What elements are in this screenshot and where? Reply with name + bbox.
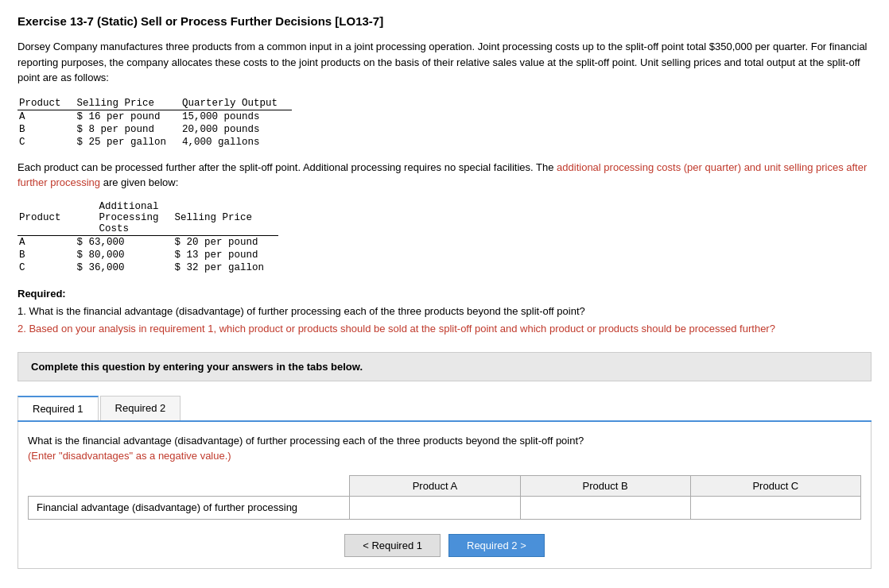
required-item-1: 1. What is the financial advantage (disa…: [17, 305, 585, 317]
row3-output: 4,000 gallons: [181, 136, 292, 149]
t2-col-selling-price: Selling Price: [173, 200, 279, 236]
tab-question: What is the financial advantage (disadva…: [28, 433, 861, 464]
tab-question-line2: (Enter "disadvantages" as a negative val…: [28, 450, 231, 462]
col-product-c: Product C: [690, 475, 860, 496]
further-processing-table: Product Additional Processing Costs Sell…: [17, 200, 278, 274]
para2-text: Each product can be processed further af…: [17, 161, 867, 189]
answer-row: Financial advantage (disadvantage) of fu…: [29, 496, 861, 519]
row-label: Financial advantage (disadvantage) of fu…: [29, 496, 350, 519]
next-btn[interactable]: Required 2 >: [448, 534, 545, 557]
tab-question-line1: What is the financial advantage (disadva…: [28, 435, 584, 447]
bottom-nav: < Required 1 Required 2 >: [28, 534, 861, 557]
required-label: Required:: [17, 288, 66, 300]
description-para1: Dorsey Company manufactures three produc…: [17, 39, 872, 86]
t2-row3-product: C: [17, 261, 76, 274]
row1-product: A: [17, 110, 76, 123]
t2-row2-price: $ 13 per pound: [173, 249, 279, 261]
product-c-input-cell: [690, 496, 860, 519]
t2-col-product: Product: [17, 200, 76, 236]
row2-price: $ 8 per pound: [76, 123, 181, 136]
tab-required-1[interactable]: Required 1: [17, 396, 99, 420]
answer-table: Product A Product B Product C Financial …: [28, 475, 861, 520]
t2-row1-costs: $ 63,000: [76, 235, 173, 249]
row3-product: C: [17, 136, 76, 149]
product-b-input-cell: [520, 496, 690, 519]
row3-price: $ 25 per gallon: [76, 136, 181, 149]
col-product-b: Product B: [520, 475, 690, 496]
complete-box: Complete this question by entering your …: [17, 352, 872, 381]
row1-price: $ 16 per pound: [76, 110, 181, 123]
col-quarterly-output: Quarterly Output: [181, 97, 292, 110]
tabs-row: Required 1 Required 2: [17, 396, 872, 422]
t2-row3-costs: $ 36,000: [76, 261, 173, 274]
para2: Each product can be processed further af…: [17, 160, 872, 191]
t2-row1-price: $ 20 per pound: [173, 235, 279, 249]
row1-output: 15,000 pounds: [181, 110, 292, 123]
t2-row3-price: $ 32 per gallon: [173, 261, 279, 274]
row2-product: B: [17, 123, 76, 136]
required-section: Required: 1. What is the financial advan…: [17, 285, 872, 338]
required-item-2: 2. Based on your analysis in requirement…: [17, 323, 775, 335]
t2-row2-costs: $ 80,000: [76, 249, 173, 261]
product-b-input[interactable]: [521, 497, 690, 519]
col-product-a: Product A: [350, 475, 520, 496]
product-a-input[interactable]: [350, 497, 519, 519]
prev-btn[interactable]: < Required 1: [344, 534, 441, 557]
tab-content: What is the financial advantage (disadva…: [17, 422, 872, 569]
product-c-input[interactable]: [691, 497, 860, 519]
col-product: Product: [17, 97, 76, 110]
tab-required-2[interactable]: Required 2: [100, 396, 181, 420]
t2-row1-product: A: [17, 235, 76, 249]
description-text: Dorsey Company manufactures three produc…: [17, 41, 868, 83]
t2-col-add-costs: Additional Processing Costs: [76, 200, 173, 236]
row2-output: 20,000 pounds: [181, 123, 292, 136]
col-selling-price: Selling Price: [76, 97, 181, 110]
t2-row2-product: B: [17, 249, 76, 261]
split-off-table: Product Selling Price Quarterly Output A…: [17, 97, 292, 149]
product-a-input-cell: [350, 496, 520, 519]
exercise-title: Exercise 13-7 (Static) Sell or Process F…: [17, 14, 872, 28]
empty-header: [29, 475, 350, 496]
